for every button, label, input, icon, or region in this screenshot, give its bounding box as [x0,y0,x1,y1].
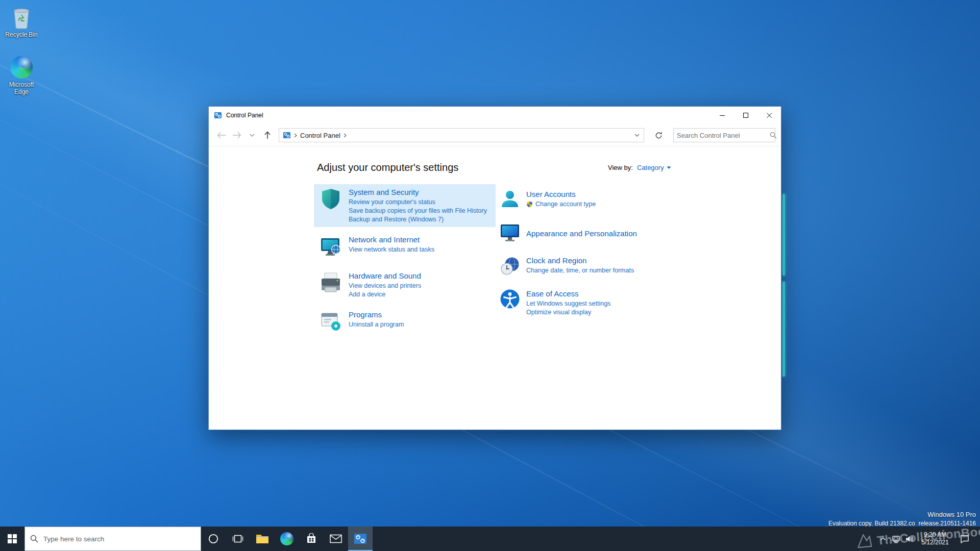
network-monitor-icon[interactable] [319,235,342,260]
category-link[interactable]: Let Windows suggest settings [526,299,610,308]
programs-icon[interactable] [319,310,342,335]
category-title[interactable]: Clock and Region [526,256,634,265]
action-center-button[interactable] [954,527,975,551]
category-network-and-internet[interactable]: Network and Internet View network status… [314,232,496,263]
category-column-right: User Accounts Change account type [495,186,719,324]
address-bar[interactable]: Control Panel [279,128,644,142]
breadcrumb-chevron-icon[interactable] [344,133,347,138]
volume-tray-button[interactable] [902,527,916,551]
breadcrumb-root[interactable]: Control Panel [300,132,340,139]
start-button[interactable] [0,527,24,551]
control-panel-app-icon [214,111,222,119]
view-by-dropdown[interactable]: Category [637,164,671,171]
title-bar[interactable]: Control Panel [209,107,781,124]
category-link[interactable]: Save backup copies of your files with Fi… [349,207,487,215]
control-panel-search[interactable] [673,128,775,142]
network-tray-button[interactable] [889,527,902,551]
desktop-icon-microsoft-edge[interactable]: Microsoft Edge [0,55,43,95]
category-ease-of-access[interactable]: Ease of Access Let Windows suggest setti… [495,286,719,320]
uac-shield-icon [526,201,533,208]
taskbar-search[interactable] [24,527,201,551]
control-panel-window: Control Panel [208,106,781,430]
watermark-edition: Windows 10 Pro [828,510,976,519]
appearance-monitor-icon[interactable] [500,222,520,245]
microsoft-store-icon [306,533,317,544]
evaluation-watermark: Windows 10 Pro Evaluation copy. Build 21… [828,510,976,528]
system-security-shield-icon[interactable] [319,187,342,224]
view-by-value: Category [637,164,664,171]
desktop-icon-recycle-bin[interactable]: Recycle Bin [0,5,43,38]
category-hardware-and-sound[interactable]: Hardware and Sound View devices and prin… [314,268,496,302]
category-link[interactable]: Add a device [349,290,421,299]
clock-region-icon[interactable] [500,256,520,278]
category-link[interactable]: Backup and Restore (Windows 7) [349,215,487,224]
microsoft-store-button[interactable] [299,527,324,551]
category-system-and-security[interactable]: System and Security Review your computer… [314,184,496,227]
recycle-bin-icon [9,5,34,30]
category-programs[interactable]: Programs Uninstall a program [314,307,496,338]
search-input[interactable] [674,132,770,139]
category-title[interactable]: System and Security [349,187,487,197]
category-link[interactable]: Uninstall a program [349,320,404,329]
network-icon [892,535,900,543]
category-user-accounts[interactable]: User Accounts Change account type [495,186,719,215]
mail-button[interactable] [324,527,348,551]
chevron-down-icon [667,166,671,169]
category-link-with-shield[interactable]: Change account type [526,200,596,209]
chevron-down-icon [250,134,255,137]
task-view-button[interactable] [226,527,250,551]
minimize-button[interactable] [710,107,734,124]
category-title[interactable]: Programs [349,310,404,319]
chevron-up-icon [880,537,886,541]
category-title[interactable]: Appearance and Personalization [526,229,637,238]
category-appearance-and-personalization[interactable]: Appearance and Personalization [495,219,719,248]
maximize-icon [743,113,749,118]
address-dropdown-button[interactable] [630,129,644,142]
printer-icon[interactable] [319,271,342,299]
category-clock-and-region[interactable]: Clock and Region Change date, time, or n… [495,253,719,281]
taskbar: 9:20 AM 5/12/2021 [0,527,980,551]
category-link[interactable]: Optimize visual display [526,308,610,317]
file-explorer-button[interactable] [250,527,275,551]
maximize-button[interactable] [734,107,757,124]
breadcrumb-control-panel-icon [283,131,291,139]
forward-button[interactable] [229,128,244,143]
navigation-bar: Control Panel [209,124,781,146]
user-accounts-icon[interactable] [500,189,520,212]
clock-time: 9:20 AM [916,531,954,539]
control-panel-taskbar-button[interactable] [348,527,373,551]
edge-label: Microsoft Edge [4,81,39,95]
category-column-left: System and Security Review your computer… [314,184,496,343]
edge-icon [9,55,34,80]
category-title[interactable]: Hardware and Sound [349,271,421,281]
window-content: Adjust your computer's settings View by:… [209,146,781,430]
breadcrumb-chevron-icon[interactable] [294,133,297,138]
background-window-edge [782,282,785,377]
category-title[interactable]: Ease of Access [526,289,610,298]
recent-pages-dropdown[interactable] [244,128,260,143]
tray-overflow-button[interactable] [877,527,889,551]
taskbar-search-input[interactable] [43,535,201,543]
refresh-icon [655,132,663,139]
category-title[interactable]: User Accounts [526,189,596,199]
file-explorer-icon [256,533,269,544]
category-link[interactable]: Change date, time, or number formats [526,266,634,275]
category-link[interactable]: View devices and printers [349,282,421,290]
recycle-bin-label: Recycle Bin [0,31,43,38]
back-button[interactable] [214,128,229,143]
taskbar-clock[interactable]: 9:20 AM 5/12/2021 [916,527,954,551]
edge-button[interactable] [275,527,299,551]
category-link[interactable]: View network status and tasks [349,245,434,254]
ease-of-access-icon[interactable] [500,289,520,317]
edge-icon [280,532,293,545]
category-link[interactable]: Review your computer's status [349,198,487,207]
category-title[interactable]: Network and Internet [349,235,434,244]
up-button[interactable] [260,128,275,143]
search-icon [25,535,43,543]
windows-logo-icon [8,534,17,543]
refresh-button[interactable] [651,128,666,142]
cortana-icon [208,533,219,544]
cortana-button[interactable] [201,527,226,551]
close-button[interactable] [757,107,781,124]
search-icon[interactable] [770,132,777,139]
